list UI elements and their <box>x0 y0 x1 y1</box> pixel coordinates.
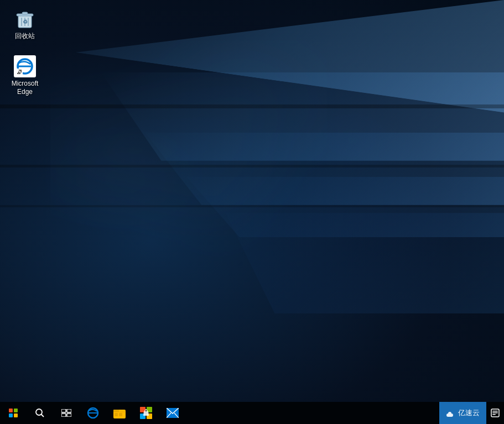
recycle-bin-icon[interactable]: ♻ 回收站 <box>3 6 47 43</box>
windows-logo-icon <box>9 409 18 417</box>
microsoft-edge-desktop-icon[interactable]: Microsoft Edge <box>3 53 47 99</box>
svg-rect-11 <box>61 409 66 412</box>
action-center-icon <box>491 409 500 417</box>
search-icon <box>35 408 45 418</box>
mail-icon <box>167 408 179 418</box>
recycle-bin-label: 回收站 <box>15 32 35 41</box>
svg-text:♻: ♻ <box>23 19 28 25</box>
brand-text: 亿速云 <box>458 408 480 418</box>
taskbar-edge-button[interactable] <box>80 402 106 424</box>
system-tray: 亿速云 <box>439 402 504 424</box>
shortcut-arrow <box>15 69 23 76</box>
file-explorer-button[interactable] <box>106 402 133 424</box>
search-button[interactable] <box>27 402 53 424</box>
mail-button[interactable] <box>159 402 186 424</box>
svg-rect-19 <box>115 413 118 416</box>
desktop: ♻ 回收站 <box>0 0 504 402</box>
start-button[interactable] <box>0 402 27 424</box>
store-icon <box>140 407 152 419</box>
edge-icon-image <box>14 55 36 77</box>
svg-rect-31 <box>492 414 496 415</box>
svg-rect-2 <box>22 12 28 14</box>
wallpaper <box>0 0 504 402</box>
cloud-icon <box>446 409 455 417</box>
action-center-button[interactable] <box>486 402 504 424</box>
svg-rect-13 <box>61 413 66 417</box>
svg-rect-18 <box>113 410 119 412</box>
svg-rect-14 <box>67 413 71 417</box>
taskbar-edge-icon <box>87 407 99 419</box>
edge-label-line1: Microsoft <box>12 80 39 88</box>
recycle-bin-image: ♻ <box>14 8 36 30</box>
desktop-icons-container: ♻ 回收站 <box>0 0 50 104</box>
svg-rect-12 <box>67 409 71 412</box>
task-view-button[interactable] <box>53 402 80 424</box>
svg-rect-29 <box>492 411 498 412</box>
svg-line-10 <box>41 415 44 417</box>
svg-rect-30 <box>492 412 498 413</box>
store-button[interactable] <box>133 402 159 424</box>
yisu-brand-button[interactable]: 亿速云 <box>439 402 486 424</box>
file-explorer-icon <box>113 407 126 418</box>
svg-rect-20 <box>119 413 122 416</box>
edge-label-line2: Edge <box>17 88 33 97</box>
taskbar: 亿速云 <box>0 402 504 424</box>
svg-point-9 <box>36 409 42 415</box>
task-view-icon <box>61 409 71 417</box>
